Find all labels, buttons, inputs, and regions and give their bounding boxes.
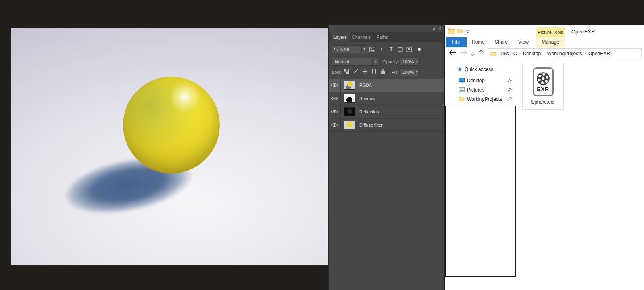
layer-name: Diffuse filter [359, 119, 383, 132]
document-canvas[interactable] [11, 28, 328, 265]
pictures-icon [459, 87, 465, 93]
fill-label: Fill: [392, 70, 398, 75]
panel-menu-icon[interactable]: ≡ [438, 34, 442, 40]
layer-row-reflection[interactable]: Reflection [329, 105, 444, 119]
filter-smart-objects-icon[interactable] [406, 46, 412, 52]
layer-thumbnail[interactable] [344, 121, 355, 129]
tab-share[interactable]: Share [490, 37, 512, 47]
tab-file[interactable]: File [446, 37, 467, 47]
opacity-input[interactable]: 100% ▾ [400, 58, 420, 66]
visibility-eye-icon[interactable] [329, 79, 341, 92]
sidebar-item-label: Desktop [467, 78, 485, 83]
chevron-down-icon: ▾ [372, 58, 378, 65]
breadcrumb-this-pc[interactable]: This PC [498, 51, 519, 56]
address-bar[interactable]: This PC › Desktop › WorkingProjects › Op… [488, 48, 642, 58]
panel-tab-bar: Layers Channels Paths ≡ [329, 32, 444, 42]
lock-buttons [344, 69, 386, 74]
filter-adjustment-layers-icon[interactable]: ◐ [379, 46, 385, 52]
layer-thumbnail[interactable] [344, 94, 355, 103]
pin-icon[interactable] [507, 97, 512, 102]
ribbon-tab-bar: File Home Share View Manage [445, 37, 644, 47]
screen: « × Layers Channels Paths ≡ Kind ▾ ◐ T [0, 0, 644, 290]
blend-mode-dropdown[interactable]: Normal ▾ [332, 58, 378, 66]
filter-pixel-layers-icon[interactable] [369, 46, 375, 52]
breadcrumb-desktop[interactable]: Desktop [521, 51, 543, 56]
lock-all-padlock-icon[interactable] [381, 69, 386, 74]
opacity-label: Opacity: [383, 59, 399, 64]
chevron-down-icon: ▾ [414, 69, 419, 76]
bordered-pane [445, 106, 516, 277]
recent-locations-chevron-icon[interactable] [471, 52, 474, 58]
collapse-panels-icon[interactable]: « [432, 26, 435, 31]
sidebar-item-label: Pictures [467, 87, 484, 93]
search-icon [334, 47, 338, 52]
tab-view[interactable]: View [513, 37, 534, 47]
filter-shape-layers-icon[interactable] [397, 46, 403, 52]
layer-name: RGBA [359, 79, 372, 92]
quick-access-toolbar-icon[interactable] [457, 29, 463, 34]
forward-arrow-icon[interactable] [460, 50, 467, 57]
filter-type-layers-icon[interactable]: T [388, 46, 394, 52]
file-name: Sphere.exr [531, 99, 555, 105]
pin-icon[interactable] [507, 88, 512, 93]
filter-kind-dropdown[interactable]: Kind ▾ [332, 45, 367, 53]
layers-list: RGBA Shadow Reflection [329, 79, 444, 132]
folder-icon [459, 96, 465, 102]
tab-paths[interactable]: Paths [373, 32, 392, 42]
fill-input[interactable]: 100% ▾ [400, 68, 420, 76]
pin-icon[interactable] [507, 78, 512, 84]
explorer-titlebar[interactable]: Picture Tools OpenEXR [445, 25, 644, 37]
filter-toggle-icon[interactable] [418, 48, 421, 51]
breadcrumb-openexr[interactable]: OpenEXR [586, 51, 612, 56]
layers-panel: « × Layers Channels Paths ≡ Kind ▾ ◐ T [328, 25, 444, 290]
file-explorer-window: Picture Tools OpenEXR File Home Share Vi… [445, 25, 644, 290]
tab-home[interactable]: Home [468, 37, 489, 47]
lock-image-pixels-brush-icon[interactable] [353, 69, 358, 74]
back-arrow-icon[interactable] [449, 50, 456, 57]
opacity-value: 100% [402, 58, 414, 65]
sidebar-item-desktop[interactable]: Desktop [445, 77, 517, 85]
quick-access-label: Quick access [465, 67, 493, 72]
close-panel-icon[interactable]: × [438, 26, 441, 31]
sidebar-item-label: WorkingProjects [467, 96, 502, 102]
breadcrumb-workingprojects[interactable]: WorkingProjects [545, 51, 584, 56]
chevron-down-icon: ▾ [361, 46, 367, 53]
up-arrow-icon[interactable] [478, 50, 484, 57]
visibility-eye-icon[interactable] [329, 92, 341, 105]
visibility-eye-icon[interactable] [329, 105, 341, 118]
window-title: OpenEXR [571, 29, 595, 35]
titlebar-separator [474, 28, 474, 34]
sphere-render [123, 77, 220, 173]
layer-thumbnail[interactable] [344, 81, 355, 90]
sidebar-item-pictures[interactable]: Pictures [445, 86, 517, 94]
layer-thumbnail[interactable] [344, 107, 355, 116]
address-folder-icon [490, 51, 496, 56]
desktop-icon [459, 78, 465, 85]
chevron-down-icon: ▾ [414, 58, 419, 65]
file-list-area[interactable]: EXR Sphere.exr [517, 60, 644, 290]
filter-kind-value: Kind [340, 46, 349, 53]
tab-channels[interactable]: Channels [350, 32, 373, 42]
exr-badge: EXR [537, 86, 549, 92]
lock-position-move-icon[interactable] [362, 69, 368, 74]
fill-value: 100% [402, 69, 414, 76]
file-item-sphere-exr[interactable]: EXR Sphere.exr [522, 63, 564, 110]
lock-artboard-icon[interactable] [371, 69, 377, 74]
layer-row-shadow[interactable]: Shadow [329, 92, 444, 105]
exr-file-icon: EXR [533, 67, 554, 96]
layer-row-diffuse-filter[interactable]: Diffuse filter [329, 119, 444, 132]
sidebar-item-workingprojects[interactable]: WorkingProjects [445, 95, 517, 104]
navigation-bar: This PC › Desktop › WorkingProjects › Op… [445, 47, 644, 60]
contextual-tab-group-label: Picture Tools [536, 27, 565, 37]
lock-label: Lock: [332, 70, 342, 75]
aperture-icon [536, 72, 550, 86]
customize-quick-access-toolbar-icon[interactable] [466, 29, 470, 35]
tab-layers[interactable]: Layers [331, 32, 350, 42]
quick-access-header[interactable]: Quick access [445, 66, 517, 74]
visibility-eye-icon[interactable] [329, 119, 341, 131]
layer-row-rgba[interactable]: RGBA [329, 79, 444, 92]
quick-access-star-icon [457, 67, 463, 73]
tab-manage[interactable]: Manage [536, 37, 565, 47]
lock-transparent-pixels-icon[interactable] [344, 69, 349, 74]
layer-name: Reflection [359, 105, 379, 119]
